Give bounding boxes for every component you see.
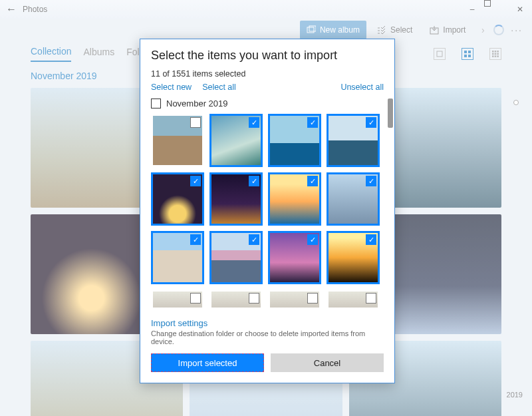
thumbnail[interactable] [151,231,204,284]
checkbox-empty-icon[interactable] [366,293,376,304]
unselect-all-link[interactable]: Unselect all [340,83,384,92]
import-dialog: Select the items you want to import 11 o… [140,39,395,383]
scrollbar-thumb[interactable] [388,99,393,128]
thumbnail[interactable] [327,231,380,284]
thumbnail[interactable] [268,231,321,284]
cancel-button[interactable]: Cancel [271,353,384,372]
thumbnail[interactable] [327,172,380,226]
thumbnail[interactable] [151,172,204,226]
import-settings-desc: Change destination folder or choose to d… [151,329,384,345]
checkmark-icon[interactable] [249,234,259,245]
checkmark-icon[interactable] [307,117,318,128]
thumbnail[interactable] [327,290,380,310]
dialog-selection-count: 11 of 1551 items selected [151,69,384,79]
select-all-link[interactable]: Select all [202,83,236,92]
checkbox-empty-icon[interactable] [190,293,201,304]
checkmark-icon[interactable] [366,117,376,128]
dialog-title: Select the items you want to import [151,49,384,63]
thumbnail-grid-partial [151,290,384,310]
thumbnail[interactable] [268,290,321,310]
month-label: November 2019 [166,99,228,108]
thumbnail[interactable] [209,114,263,167]
thumbnail[interactable] [209,231,263,284]
import-selected-button[interactable]: Import selected [151,353,264,372]
thumbnail-grid [151,114,384,284]
checkmark-icon[interactable] [190,234,201,245]
checkbox-empty-icon[interactable] [307,293,318,304]
checkmark-icon[interactable] [366,176,376,186]
checkmark-icon[interactable] [249,176,259,186]
thumbnail[interactable] [327,114,380,167]
checkbox-empty-icon[interactable] [249,293,259,304]
import-settings-link[interactable]: Import settings [151,318,384,328]
checkmark-icon[interactable] [307,176,318,186]
thumbnail[interactable] [209,290,263,310]
checkmark-icon[interactable] [190,176,201,186]
select-new-link[interactable]: Select new [151,83,192,92]
month-checkbox[interactable] [151,99,161,108]
thumbnail[interactable] [151,290,204,310]
thumbnail[interactable] [268,172,321,226]
thumbnail[interactable] [268,114,321,167]
checkbox-empty-icon[interactable] [190,117,201,128]
checkmark-icon[interactable] [249,117,259,128]
thumbnail[interactable] [151,114,204,167]
checkmark-icon[interactable] [307,234,318,245]
checkmark-icon[interactable] [366,234,376,245]
dialog-scroll-area: November 2019 [140,99,394,312]
thumbnail[interactable] [209,172,263,226]
